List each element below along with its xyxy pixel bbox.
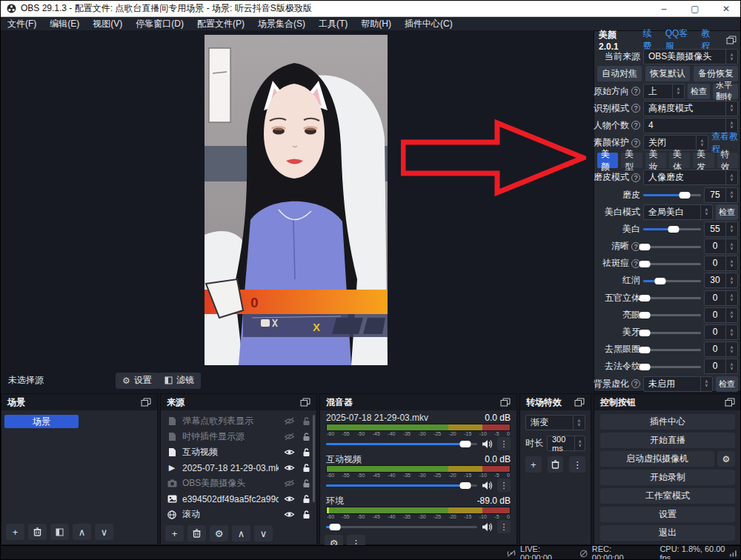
lock-icon[interactable] [302,416,310,426]
lock-icon[interactable] [302,432,310,441]
remove-transition-button[interactable] [548,456,564,473]
slider-handle[interactable] [639,364,650,370]
tab-makeup[interactable]: 美妆 [645,153,666,168]
studio-mode-button[interactable]: 工作室模式 [600,488,735,504]
slider-value-spinbox[interactable]: 0∧∨ [704,324,738,340]
help-icon[interactable]: ? [631,104,640,113]
duration-spinbox[interactable]: 300 ms ∧∨ [547,436,585,451]
source-move-up-button[interactable]: ∧ [232,525,250,541]
restore-defaults-button[interactable]: 恢复默认 [645,66,690,81]
popout-icon[interactable] [500,398,511,407]
tab-hair[interactable]: 美发 [693,153,714,168]
plugin-center-button[interactable]: 插件中心 [600,414,735,430]
slider-value-spinbox[interactable]: 0∧∨ [704,256,738,271]
add-transition-button[interactable]: + [525,456,542,473]
popout-icon[interactable] [726,36,737,44]
eye-hidden-icon[interactable] [284,416,295,426]
orientation-check-button[interactable]: 检查 [688,84,710,99]
scene-move-down-button[interactable]: ∨ [95,524,113,540]
smooth-mode-select[interactable]: 人像磨皮 ∧∨ [643,170,738,185]
eye-icon[interactable] [284,494,295,504]
mixer-dock-header[interactable]: 混音器 [320,394,516,410]
slider-handle[interactable] [639,312,650,319]
sources-dock-header[interactable]: 来源 [161,394,316,410]
remove-scene-button[interactable] [28,524,47,540]
blemish-slider[interactable] [643,259,701,269]
beauty-panel-header[interactable]: 美颜 2.0.1 续费 QQ客服 教程 [597,33,738,47]
start-virtual-camera-button[interactable]: 启动虚拟摄像机 [600,451,714,467]
start-streaming-button[interactable]: 开始直播 [600,433,735,448]
volume-slider-handle[interactable] [330,524,341,530]
source-row[interactable]: 时钟插件显示源 [161,429,316,444]
eye-icon[interactable] [284,510,295,519]
help-icon[interactable]: ? [631,121,640,130]
bright-eyes-slider[interactable] [643,310,701,320]
bg-blur-check-button[interactable]: 检查 [716,376,738,392]
help-icon[interactable]: ? [631,87,640,96]
scene-move-up-button[interactable]: ∧ [73,524,91,540]
exit-button[interactable]: 退出 [600,525,735,541]
slider-handle[interactable] [639,330,650,336]
popout-icon[interactable] [725,398,735,407]
popout-icon[interactable] [141,398,151,407]
source-row[interactable]: 互动视频 [161,444,316,460]
slider-value-spinbox[interactable]: 0∧∨ [704,359,738,374]
mixer-channel-menu-button[interactable]: ⋮ [497,437,511,450]
eye-hidden-icon[interactable] [284,479,295,488]
clarity-slider[interactable] [643,241,701,252]
source-row[interactable]: 滚动 [161,507,316,522]
slider-value-spinbox[interactable]: 30∧∨ [704,273,738,288]
mixer-channel-menu-button[interactable]: ⋮ [497,520,511,533]
source-row[interactable]: ▶ 2025-07-18 21-29-03.mkv [161,460,316,476]
slider-handle[interactable] [639,347,650,353]
scenes-dock-header[interactable]: 场景 [1,394,157,410]
smooth-slider[interactable] [643,190,701,200]
source-properties-toolbar-button[interactable]: ⚙ [210,525,228,541]
slider-value-spinbox[interactable]: 0∧∨ [704,341,738,357]
scene-list-item[interactable]: 场景 [4,415,79,428]
transition-menu-button[interactable]: ⋮ [569,456,585,473]
controls-dock-header[interactable]: 控制按钮 [594,394,741,410]
scene-filters-button[interactable] [50,524,69,540]
lock-icon[interactable] [302,479,310,488]
help-icon[interactable]: ? [631,379,640,388]
eye-hidden-icon[interactable] [284,432,295,441]
source-move-down-button[interactable]: ∨ [254,525,273,541]
virtual-camera-settings-button[interactable]: ⚙ [717,451,735,467]
popout-icon[interactable] [300,398,310,407]
mixer-channel-menu-button[interactable]: ⋮ [497,479,511,492]
white-mode-select[interactable]: 全局美白 ∧∨ [643,204,713,220]
teeth-slider[interactable] [643,327,701,338]
slider-value-spinbox[interactable]: 75∧∨ [704,187,738,203]
tab-beauty[interactable]: 美颜 [597,153,618,168]
lock-icon[interactable] [302,463,310,473]
menu-plugin-center[interactable]: 插件中心(C) [398,17,459,30]
help-icon[interactable]: ? [631,139,640,147]
slider-handle[interactable] [679,192,691,199]
rosy-slider[interactable] [643,276,701,286]
transitions-dock-header[interactable]: 转场特效 [520,394,591,410]
nasolabial-slider[interactable] [643,361,701,372]
speaker-icon[interactable] [482,481,493,490]
volume-slider-handle[interactable] [459,482,471,489]
volume-slider[interactable] [326,480,477,490]
add-source-button[interactable]: + [165,525,184,541]
whiten-slider[interactable] [643,224,701,234]
menu-help[interactable]: 帮助(H) [354,17,398,30]
close-button[interactable]: ✕ [711,1,741,16]
slider-handle[interactable] [654,278,665,284]
help-icon[interactable]: ? [631,173,640,182]
slider-handle[interactable] [639,261,650,267]
source-row[interactable]: OBS美颜摄像头 [161,476,316,491]
volume-slider[interactable] [326,439,477,449]
remove-source-button[interactable] [187,525,206,541]
source-row[interactable]: 弹幕点歌列表显示 [161,413,316,429]
lock-icon[interactable] [302,447,310,457]
menu-profile[interactable]: 配置文件(P) [190,17,251,30]
menu-scene-collection[interactable]: 场景集合(S) [251,17,312,30]
bg-blur-select[interactable]: 未启用 ∧∨ [643,376,713,392]
menu-view[interactable]: 视图(V) [86,17,129,30]
lock-icon[interactable] [302,510,310,519]
source-properties-button[interactable]: ⚙ 设置 [116,373,159,389]
horizontal-flip-button[interactable]: 水平翻转 [713,84,738,99]
